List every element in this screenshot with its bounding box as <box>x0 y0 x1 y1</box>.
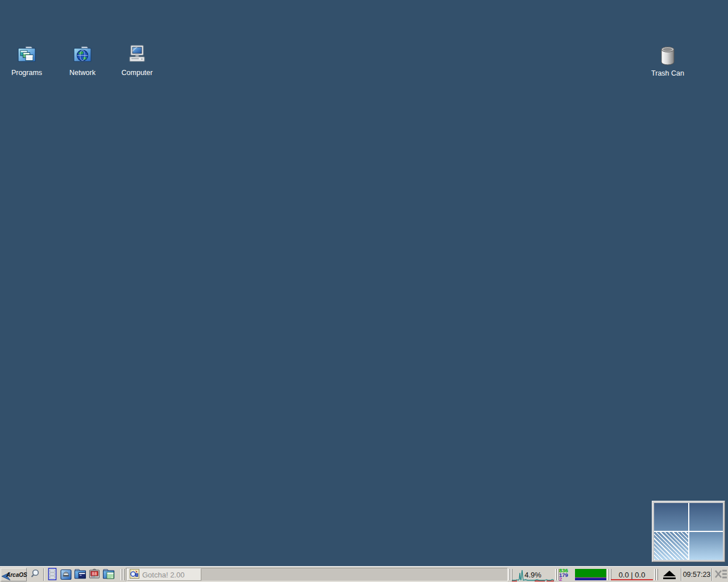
search-icon <box>30 569 40 580</box>
eject-icon-bar <box>663 577 676 579</box>
pager-desktop-top-left[interactable] <box>654 503 689 531</box>
taskbar-divider <box>43 568 44 581</box>
command-prompt-folder-icon <box>74 568 86 582</box>
eject-button[interactable] <box>658 568 680 581</box>
desktop: Programs Network <box>0 0 728 582</box>
eject-icon <box>663 571 676 576</box>
quick-launch-window-list[interactable] <box>46 568 59 581</box>
task-button-gotcha[interactable]: Gotcha! 2.00 <box>127 568 201 581</box>
pager-grid <box>654 503 723 560</box>
virtual-desktop-pager[interactable] <box>652 501 725 562</box>
desktop-icon-label: Programs <box>3 69 51 77</box>
drives-icon <box>60 568 72 582</box>
taskbar-grip-handle[interactable] <box>121 569 125 580</box>
programs-folder-icon <box>3 42 51 66</box>
clock-widget[interactable]: 09:57:23 <box>682 568 711 581</box>
desktop-icon-label: Computer <box>113 69 161 77</box>
pager-desktop-top-right[interactable] <box>689 503 723 531</box>
network-rates-value: 0.0 | 0.0 <box>619 571 646 579</box>
taskbar-divider <box>712 568 713 581</box>
desktop-icon-label: Network <box>59 69 106 77</box>
trash-can-icon <box>644 43 692 66</box>
network-monitor-widget[interactable]: 0.0 | 0.0 <box>611 568 653 581</box>
taskbar-divider <box>681 568 682 581</box>
desktop-icon-network[interactable]: Network <box>59 42 106 77</box>
start-button-arcaos[interactable]: ArcaOS <box>1 568 27 581</box>
clock-time: 09:57:23 <box>683 571 711 579</box>
desktop-icon-trash-can[interactable]: Trash Can <box>644 43 692 77</box>
pager-active-desktop-hatch <box>654 532 688 560</box>
task-button-label: Gotcha! 2.00 <box>142 571 184 579</box>
svg-text:88: 88 <box>92 571 97 576</box>
cpu-monitor-widget[interactable]: 4.9% <box>512 568 554 581</box>
quick-launch-templates[interactable] <box>102 568 115 581</box>
network-underline <box>611 579 653 580</box>
computer-icon <box>113 42 161 66</box>
pager-grid-hline <box>654 531 723 532</box>
pager-desktop-bottom-right[interactable] <box>689 531 723 560</box>
task-list-area: Gotcha! 2.00 <box>126 568 508 581</box>
desktop-icon-label: Trash Can <box>644 69 692 77</box>
desktop-icon-programs[interactable]: Programs <box>3 42 51 77</box>
memory-monitor-widget[interactable]: 836 179 2 <box>559 568 607 581</box>
network-folder-icon <box>59 42 106 66</box>
search-button[interactable] <box>27 568 42 581</box>
memory-values: 836 179 2 <box>559 568 574 581</box>
xcenter-button[interactable] <box>713 568 728 581</box>
tray-grip-handle[interactable] <box>654 569 658 580</box>
gotcha-app-icon <box>130 569 139 580</box>
cpu-load-value: 4.9% <box>512 568 554 581</box>
desktop-icon-computer[interactable]: Computer <box>113 42 161 77</box>
xcenter-x-list-icon <box>714 568 728 581</box>
taskbar: ArcaOS <box>0 566 728 582</box>
templates-folder-icon <box>102 568 115 582</box>
system-screen-icon: 88 <box>88 568 101 582</box>
start-button-label: ArcaOS <box>6 572 27 578</box>
memory-usage-bar <box>575 569 606 580</box>
window-list-icon <box>46 568 59 582</box>
quick-launch-drives[interactable] <box>59 568 72 581</box>
quick-launch-command-prompts[interactable] <box>73 568 86 581</box>
quick-launch-system[interactable]: 88 <box>88 568 101 581</box>
